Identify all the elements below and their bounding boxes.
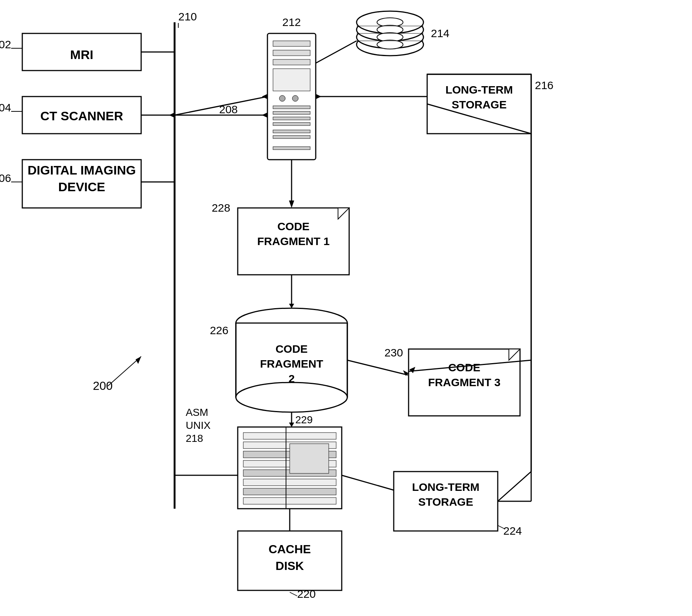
code-fragment1-label1: CODE bbox=[277, 220, 310, 232]
svg-rect-0 bbox=[0, 0, 692, 616]
ref202-label: 202 bbox=[0, 38, 11, 50]
digital-imaging-label: DIGITAL IMAGING bbox=[27, 163, 136, 177]
svg-rect-63 bbox=[243, 479, 336, 486]
code-fragment2-label3: 2 bbox=[289, 372, 295, 385]
svg-rect-21 bbox=[273, 106, 310, 109]
svg-rect-15 bbox=[273, 41, 310, 46]
cache-disk-label1: CACHE bbox=[269, 542, 311, 556]
code-fragment2-label1: CODE bbox=[276, 343, 308, 355]
ref228-label: 228 bbox=[212, 202, 230, 214]
ref210-label: 210 bbox=[178, 10, 197, 23]
svg-rect-25 bbox=[273, 130, 310, 133]
long-term-storage2-label2: STORAGE bbox=[418, 496, 473, 508]
ref224-label: 224 bbox=[503, 525, 522, 537]
svg-point-35 bbox=[377, 40, 403, 49]
svg-rect-67 bbox=[290, 444, 329, 473]
long-term-storage1-label2: STORAGE bbox=[452, 98, 507, 111]
ref216-label: 216 bbox=[535, 79, 553, 91]
long-term-storage2-label1: LONG-TERM bbox=[412, 481, 480, 493]
svg-rect-24 bbox=[273, 123, 310, 126]
svg-rect-22 bbox=[273, 111, 310, 114]
mri-label: MRI bbox=[70, 48, 93, 62]
svg-rect-65 bbox=[243, 498, 336, 504]
svg-rect-64 bbox=[243, 488, 336, 495]
ct-scanner-label: CT SCANNER bbox=[40, 109, 123, 123]
svg-point-52 bbox=[236, 382, 347, 412]
svg-rect-17 bbox=[273, 59, 310, 65]
cache-disk-label2: DISK bbox=[276, 559, 304, 573]
ref214-label: 214 bbox=[431, 27, 449, 39]
svg-point-20 bbox=[292, 95, 298, 101]
svg-rect-58 bbox=[243, 433, 336, 439]
ref206-label: 206 bbox=[0, 172, 11, 184]
svg-rect-27 bbox=[273, 147, 310, 150]
svg-rect-26 bbox=[273, 136, 310, 138]
digital-imaging-label2: DEVICE bbox=[58, 180, 105, 194]
code-fragment1-label2: FRAGMENT 1 bbox=[257, 235, 330, 247]
asm-label: ASM bbox=[186, 407, 208, 418]
ref212-label: 212 bbox=[282, 16, 301, 28]
ref229-label: 229 bbox=[295, 414, 313, 426]
unix-label: UNIX bbox=[186, 420, 211, 431]
ref220-label: 220 bbox=[297, 588, 316, 600]
ref226-label: 226 bbox=[210, 324, 228, 336]
svg-point-19 bbox=[279, 95, 285, 101]
svg-rect-16 bbox=[273, 50, 310, 56]
code-fragment2-label2: FRAGMENT bbox=[260, 358, 323, 370]
patent-diagram: MRI 202 CT SCANNER 204 DIGITAL IMAGING D… bbox=[0, 0, 692, 616]
svg-rect-18 bbox=[273, 69, 310, 91]
ref230-label: 230 bbox=[384, 346, 403, 359]
ref200-label: 200 bbox=[93, 379, 113, 392]
ref208-label: 208 bbox=[219, 103, 238, 115]
ref204-label: 204 bbox=[0, 101, 11, 114]
svg-rect-23 bbox=[273, 117, 310, 120]
long-term-storage1-label: LONG-TERM bbox=[445, 84, 513, 96]
ref218-label: 218 bbox=[186, 433, 203, 444]
code-fragment3-label2: FRAGMENT 3 bbox=[428, 376, 501, 388]
